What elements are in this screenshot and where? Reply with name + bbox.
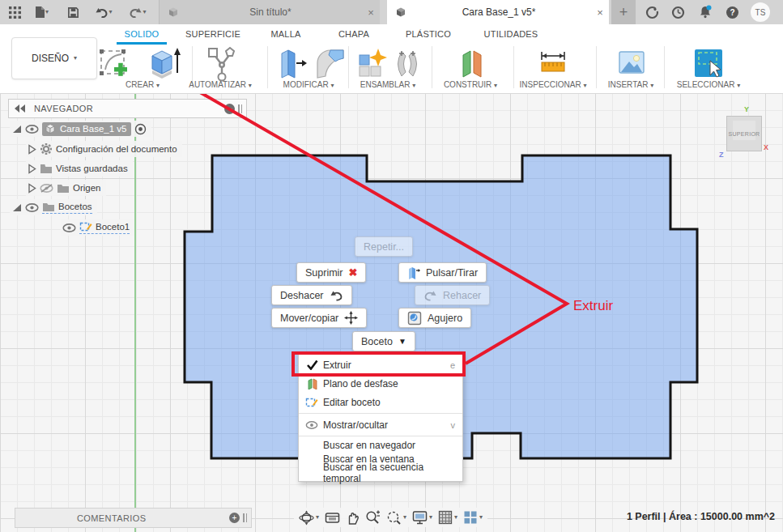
group-inspeccionar-label[interactable]: INSPECCIONAR ▾: [520, 80, 587, 89]
tab-plastico[interactable]: PLÁSTICO: [406, 29, 451, 39]
fillet-button[interactable]: [313, 45, 348, 83]
viewcube-face-label[interactable]: SUPERIOR: [729, 131, 760, 137]
measure-button[interactable]: [535, 45, 571, 83]
navigator-header[interactable]: NAVEGADOR –: [8, 99, 247, 118]
visibility-eye-icon[interactable]: [25, 125, 39, 134]
tab-malla[interactable]: MALLA: [270, 29, 300, 39]
document-tab-cara-base[interactable]: Cara Base_1 v5* ×: [387, 0, 609, 24]
extrude-button[interactable]: [146, 45, 185, 83]
undo-menu-button[interactable]: Deshacer: [271, 285, 352, 305]
chevron-down-icon: ▾: [403, 514, 406, 521]
redo-button[interactable]: ▾: [125, 4, 151, 20]
activate-component-radio-icon[interactable]: [134, 123, 147, 135]
tree-row-origin[interactable]: Origen: [26, 180, 106, 196]
viewcube[interactable]: SUPERIOR: [726, 116, 762, 151]
sketch-dropdown-button[interactable]: Boceto ▼: [352, 331, 415, 351]
insert-image-button[interactable]: [614, 45, 649, 83]
group-insertar-label[interactable]: INSERTAR ▾: [608, 80, 653, 89]
comments-bar[interactable]: COMENTARIOS +: [15, 508, 252, 528]
tab-chapa[interactable]: CHAPA: [338, 29, 369, 39]
help-icon[interactable]: ?: [723, 3, 741, 21]
group-modificar-label[interactable]: MODIFICAR ▾: [283, 80, 334, 89]
fusion-window: SUPERIOR Y X Z ▾ ▾: [0, 0, 783, 532]
component-label-chip[interactable]: Cara Base_1 v5: [42, 122, 131, 136]
sketch-selection[interactable]: Boceto1: [79, 221, 130, 234]
group-ensamblar-label[interactable]: ENSAMBLAR ▾: [360, 80, 415, 89]
expanded-triangle-icon[interactable]: [11, 202, 22, 213]
delete-button[interactable]: Suprimir✖: [296, 262, 366, 283]
construct-plane-button[interactable]: [453, 45, 489, 83]
menu-item-editar-boceto[interactable]: Editar boceto: [299, 393, 462, 411]
look-at-button[interactable]: [325, 511, 340, 525]
visibility-eye-icon[interactable]: [25, 203, 39, 212]
expanded-triangle-icon[interactable]: [11, 124, 22, 134]
tree-row-sketches[interactable]: Bocetos: [10, 199, 97, 215]
panel-drag-handle[interactable]: [243, 513, 247, 522]
visibility-off-eye-icon[interactable]: [40, 184, 53, 193]
menu-item-buscar-secuencia[interactable]: Buscar en la secuencia temporal: [299, 466, 462, 479]
panel-minimize-icon[interactable]: –: [224, 104, 235, 114]
group-automatizar-label[interactable]: AUTOMATIZAR ▾: [189, 80, 252, 89]
group-crear-label[interactable]: CREAR ▾: [126, 80, 160, 89]
group-seleccionar-label[interactable]: SELECCIONAR ▾: [677, 80, 740, 89]
select-button[interactable]: [691, 45, 726, 83]
zoom-button[interactable]: [365, 510, 381, 526]
save-button[interactable]: [65, 4, 81, 20]
tree-label[interactable]: Configuración del documento: [56, 144, 177, 154]
move-copy-button[interactable]: Mover/copiar: [271, 308, 367, 328]
visibility-eye-icon[interactable]: [62, 223, 76, 232]
close-tab-icon[interactable]: ×: [362, 6, 380, 19]
collapsed-triangle-icon[interactable]: [28, 183, 36, 194]
collapse-panel-icon[interactable]: [15, 104, 26, 113]
tree-label[interactable]: Vistas guardadas: [56, 164, 128, 173]
workspace-selector[interactable]: DISEÑO ▾: [11, 37, 97, 79]
panel-drag-handle[interactable]: [238, 104, 242, 113]
job-status-clock-icon[interactable]: [669, 3, 687, 21]
file-menu-button[interactable]: ▾: [29, 4, 53, 20]
menu-item-buscar-navegador[interactable]: Buscar en navegador: [299, 438, 462, 452]
extensions-icon[interactable]: [643, 3, 661, 21]
tab-utilidades[interactable]: UTILIDADES: [484, 29, 538, 39]
user-avatar[interactable]: TS: [751, 2, 770, 22]
notifications-bell-icon[interactable]: [696, 3, 714, 21]
viewports-button[interactable]: ▾: [463, 510, 483, 525]
tree-row-saved-views[interactable]: Vistas guardadas: [26, 160, 133, 177]
tab-title[interactable]: Sin título*: [179, 6, 362, 18]
tree-row-component[interactable]: Cara Base_1 v5: [10, 121, 151, 137]
document-tab-sin-titulo[interactable]: Sin título* ×: [159, 0, 380, 24]
app-grid-icon[interactable]: [6, 4, 23, 20]
pan-button[interactable]: [346, 510, 360, 525]
press-pull-menu-button[interactable]: Pulsar/Tirar: [398, 262, 487, 283]
press-pull-button[interactable]: [275, 45, 308, 83]
automate-button[interactable]: [203, 45, 240, 83]
tree-row-boceto1[interactable]: Boceto1: [61, 219, 134, 236]
joint-button[interactable]: [391, 45, 423, 83]
repeat-button: Repetir...: [355, 236, 413, 257]
orbit-button[interactable]: ▾: [299, 510, 319, 526]
menu-item-plano-desfase[interactable]: Plano de desfase: [299, 374, 462, 393]
display-settings-button[interactable]: ▾: [412, 510, 432, 525]
menu-item-extruir[interactable]: Extruir e: [299, 355, 462, 374]
tab-title[interactable]: Cara Base_1 v5*: [406, 6, 591, 18]
sketches-folder-selection[interactable]: Bocetos: [42, 202, 92, 214]
collapsed-triangle-icon[interactable]: [28, 144, 36, 155]
tree-label[interactable]: Bocetos: [58, 202, 92, 211]
new-component-button[interactable]: [354, 45, 389, 83]
create-sketch-button[interactable]: [96, 45, 133, 83]
component-name[interactable]: Cara Base_1 v5: [60, 124, 126, 134]
tree-row-doc-settings[interactable]: Configuración del documento: [26, 141, 182, 157]
menu-item-mostrar-ocultar[interactable]: Mostrar/ocultar v: [299, 415, 462, 434]
grid-snap-button[interactable]: ▾: [438, 510, 457, 525]
close-tab-icon[interactable]: ×: [591, 6, 609, 19]
tab-solido[interactable]: SOLIDO: [125, 29, 160, 39]
fit-button[interactable]: ▾: [386, 510, 406, 526]
add-comment-icon[interactable]: +: [229, 513, 240, 523]
group-construir-label[interactable]: CONSTRUIR ▾: [444, 80, 497, 89]
tree-label[interactable]: Origen: [73, 183, 101, 193]
tree-label[interactable]: Boceto1: [96, 222, 130, 232]
collapsed-triangle-icon[interactable]: [28, 164, 36, 174]
hole-button[interactable]: Agujero: [398, 308, 471, 328]
new-tab-button[interactable]: +: [611, 0, 636, 24]
tab-superficie[interactable]: SUPERFICIE: [185, 29, 240, 39]
undo-button[interactable]: ▾: [91, 4, 117, 20]
